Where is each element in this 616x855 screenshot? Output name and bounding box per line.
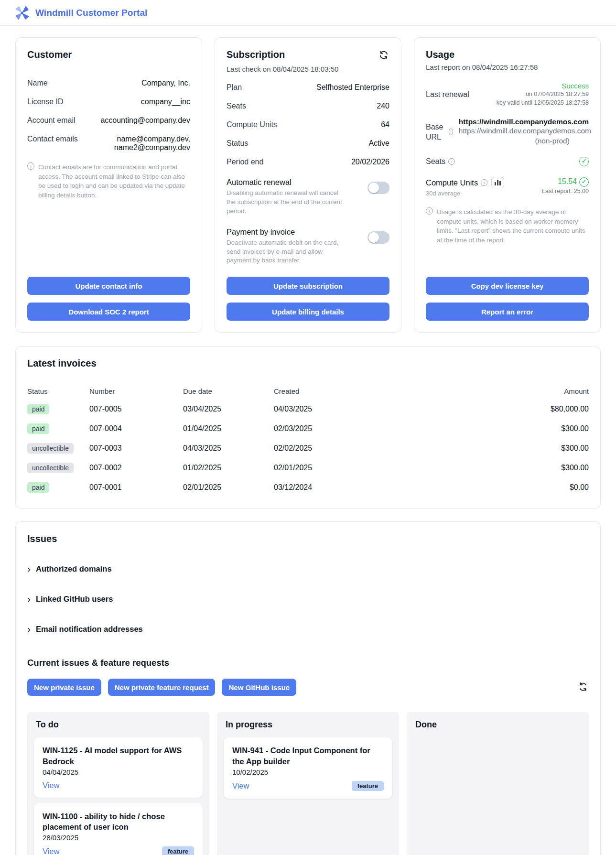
kanban-column-in-progress: In progress WIN-941 - Code Input Compone… (217, 712, 399, 855)
copy-dev-license-key-button[interactable]: Copy dev license key (426, 277, 589, 295)
customer-fields: Name Company, Inc. License ID company__i… (27, 69, 190, 152)
field-label: Plan (227, 83, 242, 92)
issue-card[interactable]: WIN-1125 - AI model support for AWS Bedr… (34, 737, 203, 798)
invoice-due-date: 01/04/2025 (183, 424, 274, 433)
issue-card-title: WIN-941 - Code Input Component for the A… (232, 745, 384, 767)
invoices-card: Latest invoices Status Number Due date C… (15, 346, 601, 509)
toggle-row: Automatic renewal Disabling automatic re… (227, 178, 389, 216)
invoice-due-date: 03/04/2025 (183, 405, 274, 413)
compute-last-report: Last report: 25.00 (542, 187, 589, 195)
field-label: Name (27, 79, 48, 87)
seats-ok-check-icon: ✓ (579, 157, 589, 166)
app-header: Windmill Customer Portal (0, 0, 616, 26)
subscription-toggles: Automatic renewal Disabling automatic re… (227, 166, 389, 265)
renewal-date: on 07/04/2025 18:27:59 (497, 90, 589, 98)
invoice-number: 007-0001 (89, 483, 183, 492)
field-value: company__inc (141, 97, 190, 106)
invoice-row: paid 007-0001 02/01/2025 03/12/2024 $0.0… (27, 477, 589, 497)
refresh-subscription-icon[interactable] (378, 49, 389, 62)
info-icon: i (481, 179, 487, 186)
collapsible-section[interactable]: › Email notification addresses (27, 625, 589, 634)
field-label: Period end (227, 158, 263, 166)
compute-chart-icon[interactable] (491, 177, 504, 188)
invoice-number: 007-0005 (89, 405, 183, 413)
chevron-right-icon: › (27, 625, 31, 633)
current-issues-title: Current issues & feature requests (27, 658, 589, 668)
report-an-error-button[interactable]: Report an error (426, 303, 589, 321)
invoice-row: paid 007-0004 01/04/2025 02/03/2025 $300… (27, 419, 589, 438)
invoice-row: uncollectible 007-0002 01/02/2025 02/01/… (27, 458, 589, 477)
update-subscription-button[interactable]: Update subscription (227, 277, 389, 295)
compute-units-value: 15.54 (558, 177, 577, 185)
new-private-issue-button[interactable]: New private issue (27, 679, 101, 696)
invoice-amount: $300.00 (508, 444, 589, 453)
field-row: Account email accounting@company.dev (27, 116, 190, 125)
update-billing-details-button[interactable]: Update billing details (227, 303, 389, 321)
field-value: Selfhosted Enterprise (316, 83, 389, 92)
field-label: Account email (27, 116, 76, 125)
collapsible-section[interactable]: › Linked GitHub users (27, 595, 589, 604)
feature-tag: feature (352, 781, 384, 791)
kanban-board: To do WIN-1125 - AI model support for AW… (27, 712, 589, 855)
issue-card-title: WIN-1100 - ability to hide / chose place… (43, 811, 194, 833)
base-url-row: Base URL i https://windmill.companydemos… (426, 118, 589, 146)
field-value: name@company.dev, name2@company.dev (85, 135, 190, 152)
col-created: Created (274, 387, 508, 395)
field-value: 20/02/2026 (351, 158, 389, 166)
invoice-amount: $300.00 (508, 424, 589, 433)
compute-units-row: Compute Units i 30d average (426, 177, 589, 197)
toggle-switch[interactable] (367, 231, 389, 244)
usage-card-title: Usage (426, 49, 589, 60)
summary-cards-row: Customer Name Company, Inc. License ID c… (15, 37, 601, 333)
invoice-due-date: 04/03/2025 (183, 444, 274, 453)
field-row: Contact emails name@company.dev, name2@c… (27, 135, 190, 152)
base-url-secondary: https://windmill.dev.companydemos.com (n… (459, 126, 570, 146)
renewal-status: Success (497, 82, 589, 90)
invoice-created: 02/01/2025 (274, 464, 508, 472)
toggle-row: Payment by invoice Deactivate automatic … (227, 227, 389, 266)
windmill-logo-icon (13, 4, 31, 22)
view-link[interactable]: View (43, 781, 59, 790)
issues-title: Issues (27, 533, 589, 544)
issue-card[interactable]: WIN-1100 - ability to hide / chose place… (34, 803, 203, 855)
invoice-amount: $0.00 (508, 483, 589, 492)
invoice-number: 007-0003 (89, 444, 183, 453)
view-link[interactable]: View (232, 781, 249, 790)
invoice-due-date: 01/02/2025 (183, 464, 274, 472)
usage-note-text: Usage is calculated as the 30-day averag… (437, 207, 589, 245)
invoices-header-row: Status Number Due date Created Amount (27, 387, 589, 395)
subscription-card-title: Subscription (227, 49, 285, 60)
last-renewal-label: Last renewal (426, 90, 469, 99)
kanban-column-done: Done (407, 712, 589, 855)
collapsible-section-label: Email notification addresses (36, 625, 143, 634)
invoice-row: paid 007-0005 03/04/2025 04/03/2025 $80,… (27, 399, 589, 419)
refresh-issues-icon[interactable] (577, 681, 589, 694)
status-badge: paid (27, 482, 49, 493)
toggle-description: Deactivate automatic debit on the card, … (227, 238, 345, 266)
field-row: Seats 240 (227, 102, 389, 110)
invoice-due-date: 02/01/2025 (183, 483, 274, 492)
base-url-primary: https://windmill.companydemos.com (459, 118, 589, 126)
new-github-issue-button[interactable]: New GitHub issue (222, 679, 296, 696)
toggle-label: Payment by invoice (227, 227, 345, 237)
invoice-created: 02/02/2025 (274, 444, 508, 453)
info-icon: i (449, 129, 453, 135)
compute-ok-check-icon: ✓ (579, 177, 589, 187)
new-private-feature-request-button[interactable]: New private feature request (108, 679, 216, 696)
usage-note: i Usage is calculated as the 30-day aver… (426, 207, 589, 245)
seats-label: Seats (426, 157, 445, 166)
download-soc2-report-button[interactable]: Download SOC 2 report (27, 303, 190, 321)
collapsible-section-label: Linked GitHub users (36, 595, 113, 604)
col-status: Status (27, 387, 89, 395)
field-row: Status Active (227, 139, 389, 148)
usage-last-report: Last report on 08/04/2025 16:27:58 (426, 63, 589, 71)
update-contact-info-button[interactable]: Update contact info (27, 277, 190, 295)
view-link[interactable]: View (43, 847, 59, 855)
key-valid-until: key valid until 12/05/2025 18:27:58 (497, 98, 589, 107)
issue-card[interactable]: WIN-941 - Code Input Component for the A… (224, 737, 392, 799)
app-title: Windmill Customer Portal (35, 8, 147, 18)
toggle-switch[interactable] (367, 182, 389, 194)
toggle-description: Disabling automatic renewal will cancel … (227, 189, 345, 216)
collapsible-section[interactable]: › Authorized domains (27, 564, 589, 574)
compute-units-label: Compute Units (426, 178, 478, 187)
